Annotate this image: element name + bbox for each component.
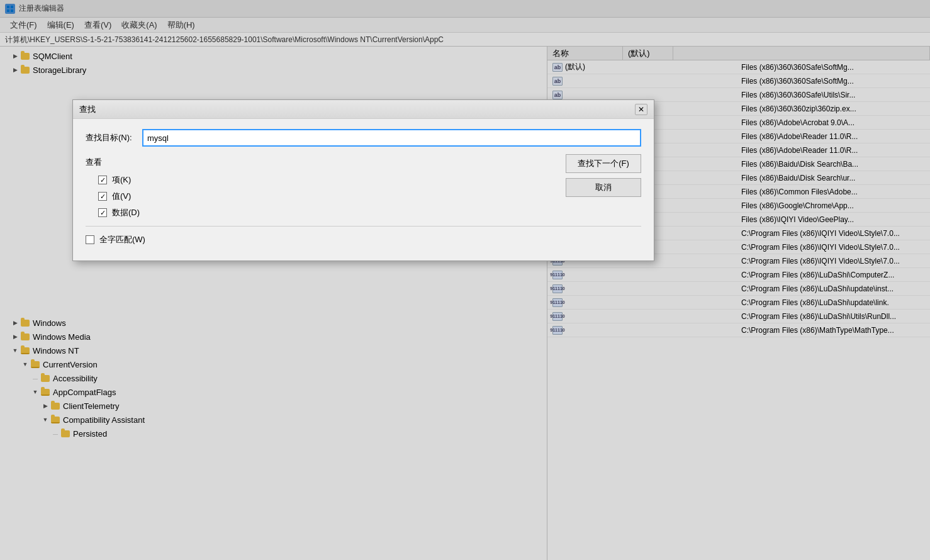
checkbox-keys-label: 项(K) xyxy=(112,174,131,186)
separator xyxy=(86,226,641,227)
dialog-title-text: 查找 xyxy=(79,104,96,115)
dialog-buttons: 查找下一个(F) 取消 xyxy=(566,154,641,197)
look-section-label: 查看 xyxy=(86,157,641,168)
modal-overlay xyxy=(0,0,930,560)
dialog-close-button[interactable]: ✕ xyxy=(635,104,647,115)
checkbox-data-label: 数据(D) xyxy=(112,207,140,218)
checkbox-keys[interactable] xyxy=(98,176,107,184)
checkbox-values[interactable] xyxy=(98,192,107,201)
find-next-button[interactable]: 查找下一个(F) xyxy=(566,154,641,173)
cancel-button[interactable]: 取消 xyxy=(566,178,641,197)
find-input-row: 查找目标(N): xyxy=(86,129,641,147)
dialog-body: 查找目标(N): 查看 项(K) 值(V) 数据(D) 全字匹配(W) 查找下一… xyxy=(73,119,654,260)
checkbox-fullmatch[interactable] xyxy=(86,235,94,244)
checkbox-row-data: 数据(D) xyxy=(86,207,641,218)
checkbox-row-keys: 项(K) xyxy=(86,174,641,186)
checkbox-data[interactable] xyxy=(98,208,107,217)
checkbox-row-fullmatch: 全字匹配(W) xyxy=(86,234,641,245)
checkbox-values-label: 值(V) xyxy=(112,191,131,202)
find-dialog: 查找 ✕ 查找目标(N): 查看 项(K) 值(V) 数据(D) 全字匹配(W) xyxy=(72,99,654,261)
checkbox-fullmatch-label: 全字匹配(W) xyxy=(99,234,145,245)
checkbox-row-values: 值(V) xyxy=(86,191,641,202)
find-label: 查找目标(N): xyxy=(86,132,142,143)
find-input[interactable] xyxy=(142,129,641,147)
dialog-title-bar: 查找 ✕ xyxy=(73,100,654,119)
